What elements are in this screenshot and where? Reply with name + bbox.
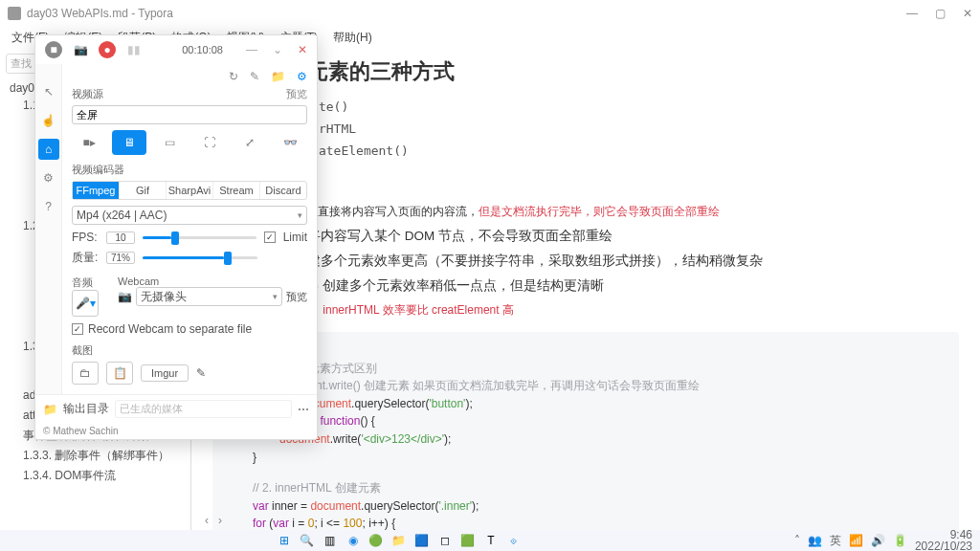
- mode-window[interactable]: ▭: [152, 130, 187, 155]
- tray-people-icon[interactable]: 👥: [808, 534, 822, 547]
- stop-button[interactable]: ■: [45, 41, 62, 58]
- copyright: © Mathew Sachin: [35, 423, 317, 439]
- more-icon[interactable]: ⋯: [298, 403, 309, 416]
- webcam-separate-checkbox[interactable]: ✓: [72, 323, 83, 335]
- draw-icon[interactable]: ✎: [196, 366, 206, 380]
- start-icon[interactable]: ⊞: [276, 532, 293, 549]
- mode-screen[interactable]: 🖥: [112, 130, 146, 155]
- app-icon: [8, 7, 21, 20]
- help-tab[interactable]: ?: [38, 196, 59, 217]
- mode-game[interactable]: 👓: [273, 130, 307, 155]
- webcam-select[interactable]: 无摄像头▾: [136, 287, 282, 306]
- wifi-icon[interactable]: 📶: [849, 534, 863, 547]
- clock-date[interactable]: 2022/10/23: [915, 540, 972, 551]
- battery-icon[interactable]: 🔋: [893, 534, 907, 547]
- heading-h2: 1.1.5 创建元素的三种方式: [212, 57, 959, 86]
- gear-icon[interactable]: ⚙: [297, 70, 307, 83]
- recorder-icon[interactable]: ◻: [436, 532, 454, 549]
- tray-chevron-icon[interactable]: ˄: [794, 534, 800, 547]
- app-icon[interactable]: 🟦: [413, 532, 431, 549]
- explorer-icon[interactable]: 📁: [390, 532, 408, 549]
- fps-value[interactable]: 10: [106, 231, 135, 244]
- minimize-button[interactable]: —: [906, 7, 918, 20]
- sidebar-item[interactable]: 1.3.4. DOM事件流: [0, 466, 190, 486]
- encoder-gif[interactable]: Gif: [120, 182, 167, 199]
- output-path[interactable]: 已生成的媒体: [115, 400, 292, 418]
- folder-icon[interactable]: 📁: [271, 70, 285, 83]
- open-folder-button[interactable]: 🗀: [72, 362, 99, 385]
- close-icon[interactable]: ✕: [298, 43, 307, 56]
- cursor-icon[interactable]: ↖: [38, 81, 59, 102]
- next-button[interactable]: ›: [218, 514, 222, 527]
- sidebar-item[interactable]: 1.3.3. 删除事件（解绑事件）: [0, 446, 190, 466]
- home-tab[interactable]: ⌂: [38, 139, 59, 160]
- imgur-button[interactable]: Imgur: [141, 364, 189, 382]
- maximize-button[interactable]: ▢: [935, 7, 946, 20]
- touch-icon[interactable]: ☝: [38, 110, 59, 131]
- encoder-sharpavi[interactable]: SharpAvi: [167, 182, 213, 199]
- volume-icon[interactable]: 🔊: [871, 534, 885, 547]
- edge-icon[interactable]: ◉: [345, 532, 362, 549]
- mode-fullscreen[interactable]: ⤢: [233, 130, 267, 155]
- folder-icon[interactable]: 📁: [43, 403, 57, 416]
- close-button[interactable]: ✕: [963, 7, 972, 20]
- timer: 00:10:08: [182, 44, 223, 55]
- menu-help[interactable]: 帮助(H): [327, 28, 378, 48]
- source-input[interactable]: [72, 105, 307, 124]
- taskbar[interactable]: ⊞ 🔍 ▥ ◉ 🟢 📁 🟦 ◻ 🟩 T ⟐ ˄ 👥 英 📶 🔊 🔋 9:46 2…: [0, 530, 980, 551]
- mode-region[interactable]: ⛶: [192, 130, 227, 155]
- encoder-ffmpeg[interactable]: FFmpeg: [73, 182, 120, 199]
- typora-icon[interactable]: T: [482, 532, 500, 549]
- code-block: <script> // 三种创建元素方式区别 // 1. document.wr…: [212, 332, 959, 530]
- taskview-icon[interactable]: ▥: [322, 532, 339, 549]
- record-button[interactable]: ●: [99, 41, 116, 58]
- heading-h3: 区别: [212, 171, 959, 194]
- collapse-icon[interactable]: ⌄: [273, 43, 282, 56]
- webcam-icon: 📷: [118, 290, 132, 303]
- chrome-icon[interactable]: 🟢: [368, 532, 385, 549]
- edit-icon[interactable]: ✎: [250, 70, 259, 83]
- refresh-icon[interactable]: ↻: [229, 70, 238, 83]
- quality-value[interactable]: 71%: [106, 252, 135, 264]
- wechat-icon[interactable]: 🟩: [459, 532, 477, 549]
- encoder-discard[interactable]: Discard: [260, 182, 306, 199]
- encoder-stream[interactable]: Stream: [213, 182, 260, 199]
- search-icon[interactable]: 🔍: [299, 532, 316, 549]
- screen-recorder-window[interactable]: ■ 📷 ● ▮▮ 00:10:08 — ⌄ ✕ ↖ ☝ ⌂ ⚙ ? ↻ ✎ 📁 …: [34, 34, 318, 440]
- quality-slider[interactable]: [143, 256, 257, 259]
- mode-camera[interactable]: ■▸: [72, 130, 106, 155]
- fps-slider[interactable]: [143, 236, 256, 239]
- prev-button[interactable]: ‹: [205, 514, 209, 527]
- settings-tab[interactable]: ⚙: [38, 167, 59, 188]
- window-title: day03 WebAPIs.md - Typora: [27, 7, 173, 20]
- ime-indicator[interactable]: 英: [830, 533, 841, 549]
- minimize-icon[interactable]: —: [246, 43, 257, 56]
- pause-button[interactable]: ▮▮: [125, 41, 143, 58]
- copy-button[interactable]: 📋: [106, 362, 133, 385]
- limit-checkbox[interactable]: ✓: [264, 231, 276, 243]
- screenshot-button[interactable]: 📷: [72, 41, 89, 58]
- codec-select[interactable]: Mp4 (x264 | AAC)▾: [72, 206, 307, 225]
- mic-button[interactable]: 🎤▾: [72, 290, 99, 317]
- vscode-icon[interactable]: ⟐: [505, 532, 523, 549]
